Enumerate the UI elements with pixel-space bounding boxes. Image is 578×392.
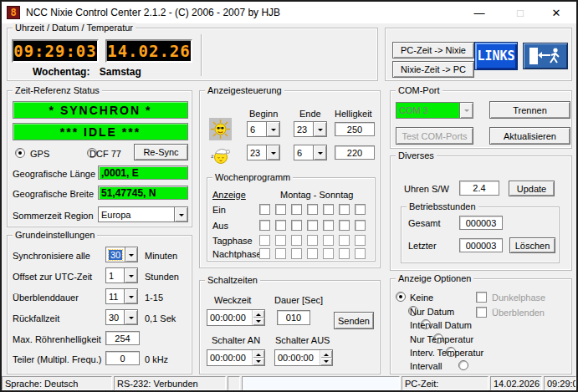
statusbar-rs232-panel: RS-232: Verbunden: [114, 376, 226, 390]
nachtphase-di-checkbox[interactable]: [275, 248, 286, 259]
sync-interval-dropdown[interactable]: 30: [105, 247, 138, 262]
aus-sa-checkbox[interactable]: [339, 220, 350, 231]
ein-sa-checkbox[interactable]: [339, 204, 350, 215]
nachtphase-fr-checkbox[interactable]: [323, 248, 334, 259]
night-helligkeit-field[interactable]: 220: [335, 145, 375, 160]
max-helligkeit-field[interactable]: 254: [105, 331, 140, 345]
tagphase-do-checkbox[interactable]: [307, 235, 318, 246]
spin-up-icon[interactable]: [253, 350, 264, 358]
nachtphase-sa-checkbox[interactable]: [339, 248, 350, 259]
com-port-dropdown[interactable]: COM 3: [396, 102, 473, 119]
tagphase-di-checkbox[interactable]: [275, 235, 286, 246]
dropdown-arrow-icon: [459, 103, 473, 118]
aus-fr-checkbox[interactable]: [323, 220, 334, 231]
spin-down-icon[interactable]: [253, 318, 264, 325]
schalter-an-spinner[interactable]: 00:00:00: [207, 349, 265, 366]
anzeige-header: Anzeige: [212, 190, 246, 200]
keine-radio-label[interactable]: Keine: [410, 293, 433, 303]
spinner-arrows[interactable]: [252, 310, 264, 325]
nachtphase-do-checkbox[interactable]: [307, 248, 318, 259]
exit-button[interactable]: [523, 43, 568, 69]
trennen-button[interactable]: Trennen: [489, 101, 570, 119]
uhren-sw-field[interactable]: 2.4: [459, 181, 499, 196]
night-ende-dropdown[interactable]: 6: [294, 145, 327, 160]
update-button[interactable]: Update: [509, 181, 555, 196]
aus-so-checkbox[interactable]: [355, 220, 366, 231]
ueberblenddauer-dropdown[interactable]: 11: [105, 288, 138, 304]
aktualisieren-button[interactable]: Aktualisieren: [489, 127, 570, 145]
dropdown-arrow-icon[interactable]: [266, 122, 279, 136]
dropdown-arrow-icon[interactable]: [124, 268, 137, 283]
tagphase-fr-checkbox[interactable]: [323, 235, 334, 246]
dropdown-arrow-icon[interactable]: [266, 145, 279, 160]
ein-mo-checkbox[interactable]: [259, 204, 270, 215]
utc-offset-dropdown[interactable]: 1: [105, 267, 138, 283]
night-beginn-dropdown[interactable]: 23: [247, 145, 280, 160]
links-button[interactable]: LINKS: [474, 42, 518, 70]
breite-label: Geografische Breite: [13, 189, 94, 199]
rueckfallzeit-dropdown[interactable]: 30: [105, 309, 138, 325]
teiler-field[interactable]: 0: [105, 351, 140, 365]
zeit-referenz-title: Zeit-Referenz Status: [13, 85, 102, 95]
tagphase-so-checkbox[interactable]: [355, 235, 366, 246]
tagphase-mo-checkbox[interactable]: [259, 235, 270, 246]
ein-so-checkbox[interactable]: [355, 204, 366, 215]
svg-text:z: z: [211, 153, 214, 159]
intervall-radio[interactable]: [458, 360, 468, 370]
ein-fr-checkbox[interactable]: [323, 204, 334, 215]
close-button[interactable]: ✕: [544, 2, 569, 23]
aus-do-checkbox[interactable]: [307, 220, 318, 231]
clock-group: Uhrzeit / Datum / Temperatur 09:29:03 14…: [7, 28, 378, 81]
senden-button[interactable]: Senden: [334, 312, 374, 329]
interv-temperatur-radio-label[interactable]: Interv. Temperatur: [410, 348, 483, 358]
spinner-arrows[interactable]: [252, 350, 264, 365]
loeschen-button[interactable]: Löschen: [509, 237, 555, 253]
schalter-aus-spinner[interactable]: 00:00:00: [274, 349, 333, 366]
spin-up-icon[interactable]: [320, 350, 332, 358]
spin-up-icon[interactable]: [253, 310, 264, 318]
ein-mi-checkbox[interactable]: [291, 204, 302, 215]
ein-do-checkbox[interactable]: [307, 204, 318, 215]
pc-to-nixie-button[interactable]: PC-Zeit -> Nixie: [392, 42, 474, 59]
gps-radio-label[interactable]: GPS: [30, 149, 49, 159]
aus-di-checkbox[interactable]: [275, 220, 286, 231]
gps-radio[interactable]: [15, 148, 25, 158]
resync-button[interactable]: Re-Sync: [134, 144, 188, 160]
nur-temperatur-radio-label[interactable]: Nur Temperatur: [410, 334, 473, 344]
dropdown-arrow-icon[interactable]: [174, 207, 187, 221]
dropdown-arrow-icon[interactable]: [124, 289, 137, 303]
minimize-button[interactable]: —: [467, 2, 492, 23]
aus-mi-checkbox[interactable]: [291, 220, 302, 231]
dropdown-arrow-icon[interactable]: [125, 247, 137, 262]
tagphase-mi-checkbox[interactable]: [291, 235, 302, 246]
day-beginn-dropdown[interactable]: 6: [247, 121, 280, 137]
keine-radio[interactable]: [396, 292, 406, 302]
intervall-radio-label[interactable]: Intervall: [410, 361, 442, 371]
dropdown-arrow-icon[interactable]: [313, 122, 326, 136]
nixie-to-pc-button[interactable]: Nixie-Zeit -> PC: [392, 61, 474, 78]
tagphase-sa-checkbox[interactable]: [339, 235, 350, 246]
sommerzeit-dropdown[interactable]: Europa: [98, 206, 188, 222]
nachtphase-mo-checkbox[interactable]: [259, 248, 270, 259]
aus-mo-checkbox[interactable]: [259, 220, 270, 231]
dropdown-arrow-icon[interactable]: [124, 310, 137, 324]
day-ende-dropdown[interactable]: 23: [294, 121, 327, 137]
nachtphase-so-checkbox[interactable]: [355, 248, 366, 259]
spin-down-icon[interactable]: [320, 358, 332, 365]
gesamt-field: 000003: [459, 216, 503, 230]
col-ende: Ende: [299, 109, 321, 119]
intervall-datum-radio-label[interactable]: Intervall Datum: [410, 320, 472, 330]
idle-status-banner: *** IDLE ***: [13, 123, 188, 140]
dauer-field[interactable]: 010: [277, 310, 310, 325]
weckzeit-spinner[interactable]: 00:00:00: [207, 309, 265, 326]
teiler-suffix: 0 kHz: [145, 354, 168, 364]
spinner-arrows[interactable]: [320, 350, 332, 365]
nur-datum-radio-label[interactable]: Nur Datum: [410, 307, 454, 317]
nachtphase-mi-checkbox[interactable]: [291, 248, 302, 259]
spin-down-icon[interactable]: [253, 358, 264, 365]
dropdown-arrow-icon[interactable]: [313, 145, 326, 160]
breite-field: 51,47745, N: [98, 186, 188, 200]
day-helligkeit-field[interactable]: 250: [335, 122, 375, 136]
dcf77-radio-label[interactable]: DCF 77: [90, 149, 121, 159]
ein-di-checkbox[interactable]: [275, 204, 286, 215]
